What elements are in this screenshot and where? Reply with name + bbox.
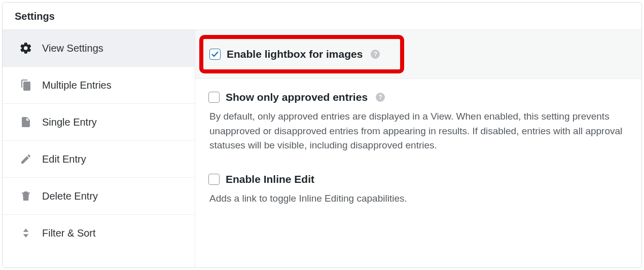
setting-row-inline-edit: Enable Inline Edit Adds a link to toggle…	[195, 169, 641, 218]
settings-content: Enable lightbox for images ? Show only a…	[195, 30, 641, 267]
sidebar-item-delete-entry[interactable]: Delete Entry	[3, 178, 195, 215]
inline-edit-description: Adds a link to toggle Inline Editing cap…	[209, 191, 628, 206]
trash-icon	[19, 189, 33, 203]
sidebar-item-label: Single Entry	[42, 117, 97, 128]
sort-icon	[19, 226, 33, 240]
pencil-icon	[19, 152, 33, 166]
settings-sidebar: View Settings Multiple Entries Single En…	[3, 30, 195, 267]
panel-body: View Settings Multiple Entries Single En…	[3, 30, 641, 267]
sidebar-item-label: Multiple Entries	[42, 80, 112, 91]
sidebar-item-label: Edit Entry	[42, 153, 86, 165]
setting-row-approved: Show only approved entries ? By default,…	[195, 79, 641, 165]
gear-icon	[19, 41, 33, 55]
sidebar-item-single-entry[interactable]: Single Entry	[3, 104, 195, 141]
highlight-annotation: Enable lightbox for images ?	[199, 35, 404, 73]
sidebar-item-filter-sort[interactable]: Filter & Sort	[3, 215, 195, 251]
help-icon[interactable]: ?	[371, 50, 380, 59]
lightbox-label: Enable lightbox for images	[227, 48, 363, 60]
settings-panel: Settings View Settings Multiple Entries	[2, 2, 642, 268]
panel-title: Settings	[15, 11, 629, 22]
help-icon[interactable]: ?	[376, 93, 385, 102]
approved-description: By default, only approved entries are di…	[209, 109, 628, 153]
file-icon	[19, 115, 33, 129]
sidebar-item-label: View Settings	[42, 43, 103, 54]
sidebar-item-edit-entry[interactable]: Edit Entry	[3, 141, 195, 178]
approved-label: Show only approved entries	[226, 91, 368, 103]
panel-header: Settings	[3, 3, 641, 30]
inline-edit-label: Enable Inline Edit	[226, 173, 314, 185]
sidebar-item-view-settings[interactable]: View Settings	[3, 30, 195, 67]
setting-row-lightbox: Enable lightbox for images ?	[195, 30, 641, 79]
copy-icon	[19, 78, 33, 92]
sidebar-item-multiple-entries[interactable]: Multiple Entries	[3, 67, 195, 104]
sidebar-item-label: Filter & Sort	[42, 227, 96, 239]
approved-checkbox[interactable]	[208, 92, 220, 103]
lightbox-checkbox[interactable]	[209, 49, 221, 60]
spacer	[195, 165, 641, 169]
inline-edit-checkbox[interactable]	[208, 174, 220, 185]
sidebar-item-label: Delete Entry	[42, 190, 98, 202]
